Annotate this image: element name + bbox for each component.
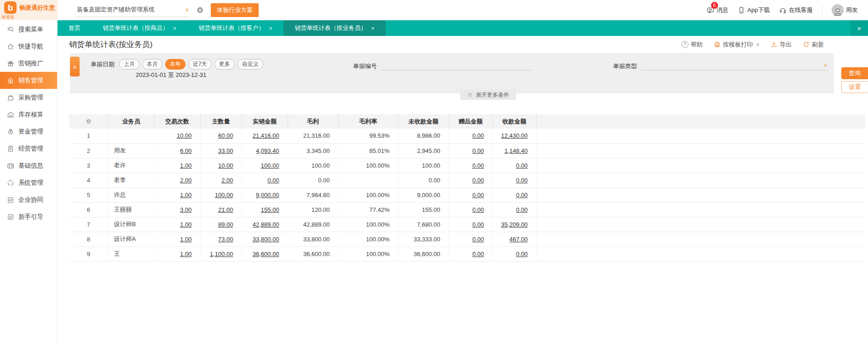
date-pill-本年[interactable]: 本年 [165,59,185,70]
gear-icon[interactable]: ⚙ [197,6,203,15]
drilldown-link[interactable]: 6.00 [180,147,191,154]
table-row: 5许总1.00100.009,000.007,964.60100.00%9,00… [69,187,865,202]
drilldown-link[interactable]: 60.00 [218,132,233,139]
drilldown-link[interactable]: 42,889.00 [253,221,279,228]
drilldown-link[interactable]: 100.00 [261,162,279,169]
drilldown-link[interactable]: 0.00 [472,192,484,199]
trial-solution-button[interactable]: 体验行业方案 [211,3,259,17]
drilldown-link[interactable]: 1.00 [180,251,191,257]
date-pill-上月[interactable]: 上月 [119,59,139,70]
drilldown-link[interactable]: 155.00 [261,206,279,213]
drilldown-link[interactable]: 0.00 [472,147,484,154]
drilldown-link[interactable]: 1.00 [180,192,191,199]
sidebar-item-enterprise-collab[interactable]: 企业协同 [0,191,57,208]
cell-未收款金额: 0.00 [398,173,449,187]
drilldown-link[interactable]: 21.00 [218,206,233,213]
drilldown-link[interactable]: 2.00 [221,177,233,184]
collapse-filter-button[interactable]: » [70,57,80,76]
drilldown-link[interactable]: 89.00 [218,221,233,228]
tab-0[interactable]: 首页 [58,20,92,36]
help-button[interactable]: ? 帮助 [682,41,703,49]
date-pill-近7天[interactable]: 近7天 [188,59,212,70]
close-all-tabs-button[interactable]: × [851,20,868,36]
drilldown-link[interactable]: 1,100.00 [210,251,233,257]
column-settings-icon[interactable]: ⚙ [86,118,91,125]
drilldown-link[interactable]: 0.00 [472,251,484,257]
date-range-value[interactable]: 2023-01-01 至 2023-12-31 [136,71,206,79]
table-row: 4老李2.002.000.000.000.000.000.00 [69,173,865,187]
drilldown-link[interactable]: 0.00 [516,206,527,213]
tab-close-icon[interactable]: × [269,25,273,32]
salesperson-cell: 王丽丽 [108,202,154,217]
tab-close-icon[interactable]: × [371,25,375,32]
print-by-template-button[interactable]: 按模板打印 ∨ [714,41,759,49]
sidebar-item-basic-info[interactable]: 基础信息 [0,157,57,174]
bill-type-select[interactable] [642,60,828,70]
cell-收款金额: 0.00 [492,158,536,173]
drilldown-link[interactable]: 10.00 [218,162,233,169]
sidebar-item-purchase-mgmt[interactable]: 采购管理 [0,89,57,106]
home-icon [7,43,14,50]
drilldown-link[interactable]: 0.00 [472,132,484,139]
query-button[interactable]: 查询 [841,67,868,79]
sidebar-item-funds-mgmt[interactable]: ¥资金管理 [0,123,57,140]
drilldown-link[interactable]: 10.00 [177,132,192,139]
user-menu[interactable]: 用友 [832,4,858,16]
drilldown-link[interactable]: 0.00 [267,177,279,184]
online-service-button[interactable]: 在线客服 [779,6,813,14]
drilldown-link[interactable]: 35,209.00 [501,221,528,228]
refresh-button[interactable]: 刷新 [803,41,824,49]
row-number: 1 [69,129,108,143]
drilldown-link[interactable]: 2.00 [180,177,191,184]
date-pill-更多[interactable]: 更多 [214,59,235,70]
drilldown-link[interactable]: 0.00 [516,251,527,257]
tab-close-icon[interactable]: × [173,25,177,32]
drilldown-link[interactable]: 0.00 [516,162,527,169]
drilldown-link[interactable]: 0.00 [472,162,484,169]
sidebar-item-quick-nav[interactable]: 快捷导航 [0,38,57,55]
sidebar-item-label: 资金管理 [18,128,43,136]
sidebar-item-operations-mgmt[interactable]: 经营管理 [0,140,57,157]
drilldown-link[interactable]: 73.00 [218,236,233,243]
drilldown-link[interactable]: 0.00 [472,206,484,213]
drilldown-link[interactable]: 1.00 [180,221,191,228]
drilldown-link[interactable]: 467.00 [509,236,528,243]
drilldown-link[interactable]: 33.00 [218,147,233,154]
sidebar-item-beginner-guide[interactable]: 新新手引导 [0,208,57,225]
drilldown-link[interactable]: 4,093.40 [256,147,279,154]
tab-3[interactable]: 销货单统计表（按业务员）× [284,20,386,36]
drilldown-link[interactable]: 33,800.00 [253,236,279,243]
tab-1[interactable]: 销货单统计表（按商品）× [92,20,188,36]
export-button[interactable]: 导出 [770,41,792,49]
drilldown-link[interactable]: 12,430.00 [501,132,528,139]
drilldown-link[interactable]: 9,000.00 [256,192,279,199]
sidebar-item-inventory-accounting[interactable]: 库存核算 [0,106,57,123]
bill-no-input[interactable] [382,60,532,70]
date-pill-本月[interactable]: 本月 [142,59,162,70]
app-download-button[interactable]: App下载 [738,6,770,14]
messages-button[interactable]: 消息 6 [707,6,729,14]
drilldown-link[interactable]: 0.00 [472,177,484,184]
tab-2[interactable]: 销货单统计表（按客户）× [188,20,284,36]
expand-more-conditions[interactable]: 展开更多条件 [460,90,516,100]
drilldown-link[interactable]: 1.00 [180,162,191,169]
sidebar-item-system-mgmt[interactable]: 系统管理 [0,174,57,191]
drilldown-link[interactable]: 0.00 [472,221,484,228]
settings-button[interactable]: 设置 [841,81,868,93]
sidebar-item-marketing[interactable]: 营销推广 [0,55,57,72]
drilldown-link[interactable]: 1,148.40 [504,147,528,154]
drilldown-link[interactable]: 36,600.00 [253,251,279,257]
drilldown-link[interactable]: 100.00 [215,192,233,199]
drilldown-link[interactable]: 0.00 [516,177,527,184]
cell-未收款金额: 33,333.00 [398,232,449,246]
drilldown-link[interactable]: 0.00 [516,192,527,199]
sidebar-item-search-menu[interactable]: 搜索菜单 [0,21,57,38]
system-select[interactable]: 装备及固定资产辅助管理系统 ∨ [76,4,190,17]
date-pill-自定义[interactable]: 自定义 [237,59,263,70]
drilldown-link[interactable]: 21,416.00 [253,132,279,139]
drilldown-link[interactable]: 0.00 [472,236,484,243]
drilldown-link[interactable]: 3.00 [180,206,191,213]
sidebar-item-sales-mgmt[interactable]: 销售管理 [0,72,57,89]
column-header: 未收款金额 [398,114,449,129]
drilldown-link[interactable]: 1.00 [180,236,191,243]
